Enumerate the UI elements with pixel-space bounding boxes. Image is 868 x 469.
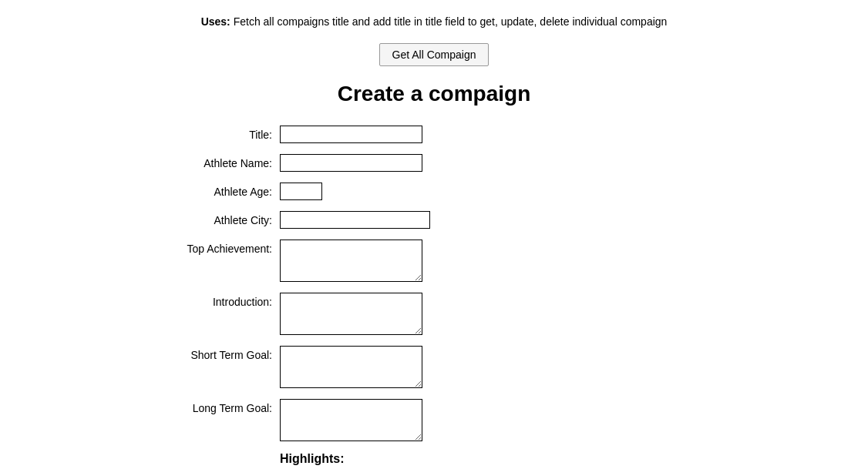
short-term-goal-textarea[interactable] [280,346,422,388]
athlete-age-input[interactable] [280,183,322,200]
introduction-row: Introduction: [164,293,704,335]
introduction-label: Introduction: [164,293,280,308]
athlete-city-row: Athlete City: [164,211,704,229]
athlete-city-label: Athlete City: [164,211,280,226]
introduction-textarea[interactable] [280,293,422,335]
form-container: Title: Athlete Name: Athlete Age: Athlet… [164,126,704,469]
top-achievement-textarea[interactable] [280,240,422,282]
uses-description: Uses: Fetch all compaigns title and add … [15,15,853,28]
title-input[interactable] [280,126,422,143]
athlete-age-label: Athlete Age: [164,183,280,198]
long-term-goal-row: Long Term Goal: [164,399,704,441]
uses-label: Uses: [201,15,230,28]
page-wrapper: Uses: Fetch all compaigns title and add … [0,0,868,469]
long-term-goal-label: Long Term Goal: [164,399,280,414]
short-term-goal-label: Short Term Goal: [164,346,280,361]
athlete-name-input[interactable] [280,154,422,172]
form-title: Create a compaign [15,82,853,106]
get-all-compaign-button[interactable]: Get All Compaign [379,43,490,66]
get-all-btn-wrapper: Get All Compaign [15,43,853,66]
top-achievement-label: Top Achievement: [164,240,280,255]
uses-text-content: Fetch all compaigns title and add title … [234,15,668,28]
athlete-age-row: Athlete Age: [164,183,704,200]
athlete-name-row: Athlete Name: [164,154,704,172]
title-label: Title: [164,126,280,141]
short-term-goal-row: Short Term Goal: [164,346,704,388]
athlete-name-label: Athlete Name: [164,154,280,169]
long-term-goal-textarea[interactable] [280,399,422,441]
title-row: Title: [164,126,704,143]
top-achievement-row: Top Achievement: [164,240,704,282]
highlights-label: Highlights: [280,452,704,466]
athlete-city-input[interactable] [280,211,430,229]
